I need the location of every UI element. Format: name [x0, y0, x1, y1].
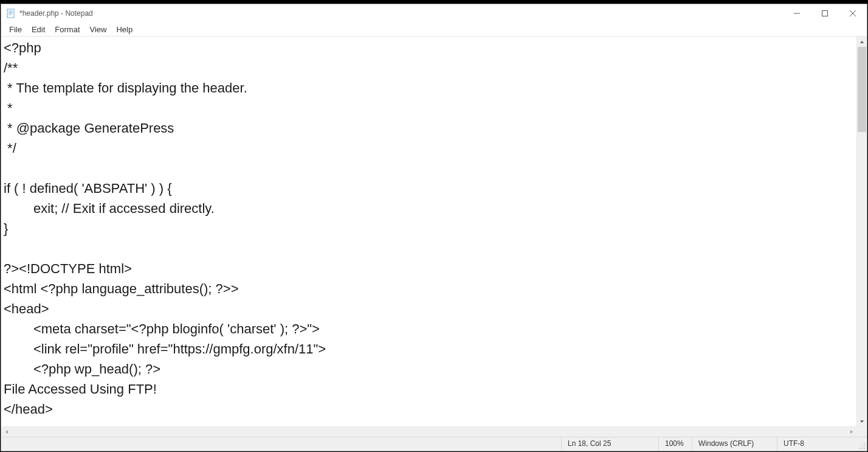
svg-point-12: [864, 448, 865, 449]
text-editor[interactable]: <?php /** * The template for displaying …: [1, 37, 856, 426]
svg-point-14: [859, 448, 860, 449]
status-cursor-position: Ln 18, Col 25: [562, 437, 659, 451]
minimize-button[interactable]: [783, 4, 811, 23]
notepad-window: *header.php - Notepad File Edit Format V…: [1, 4, 867, 451]
status-encoding: UTF-8: [777, 437, 856, 451]
scroll-up-arrow-icon[interactable]: [857, 37, 867, 47]
status-line-ending: Windows (CRLF): [692, 437, 777, 451]
svg-point-10: [864, 445, 865, 447]
status-zoom: 100%: [659, 437, 692, 451]
maximize-button[interactable]: [811, 4, 839, 23]
resize-grip-icon[interactable]: [856, 437, 867, 451]
svg-rect-6: [822, 11, 828, 16]
scroll-down-arrow-icon[interactable]: [857, 416, 867, 426]
svg-point-11: [861, 445, 863, 447]
titlebar[interactable]: *header.php - Notepad: [1, 4, 867, 23]
notepad-icon: [6, 9, 16, 18]
window-buttons: [783, 4, 867, 23]
vertical-scroll-thumb[interactable]: [858, 47, 866, 132]
vertical-scrollbar[interactable]: [856, 37, 867, 426]
menu-file[interactable]: File: [5, 24, 26, 35]
horizontal-scrollbar[interactable]: [1, 426, 867, 437]
status-spacer: [1, 437, 562, 451]
menubar: File Edit Format View Help: [1, 23, 867, 36]
statusbar: Ln 18, Col 25 100% Windows (CRLF) UTF-8: [1, 437, 867, 451]
menu-help[interactable]: Help: [112, 24, 137, 35]
menu-format[interactable]: Format: [50, 24, 84, 35]
svg-point-9: [864, 443, 865, 444]
close-button[interactable]: [839, 4, 867, 23]
menu-view[interactable]: View: [86, 24, 111, 35]
editor-area: <?php /** * The template for displaying …: [1, 36, 867, 426]
scroll-left-arrow-icon[interactable]: [1, 427, 12, 437]
scroll-right-arrow-icon[interactable]: [846, 427, 856, 437]
window-title: *header.php - Notepad: [19, 9, 783, 18]
svg-point-13: [861, 448, 863, 449]
menu-edit[interactable]: Edit: [27, 24, 49, 35]
